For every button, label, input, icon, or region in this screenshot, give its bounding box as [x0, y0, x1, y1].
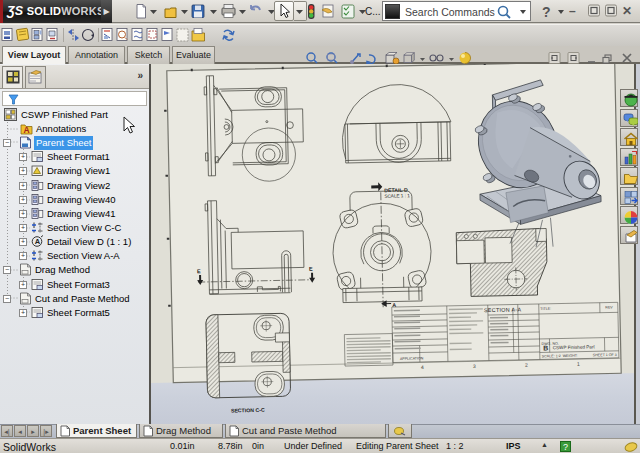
- svg-text:A: A: [24, 125, 30, 135]
- svg-text:APPLICATION: APPLICATION: [400, 356, 424, 360]
- svg-text:SECTION C-C: SECTION C-C: [231, 407, 265, 414]
- svg-text:E: E: [197, 268, 201, 274]
- svg-text:4: 4: [421, 364, 424, 370]
- svg-text:SECTION A-A: SECTION A-A: [484, 306, 522, 313]
- svg-text:1: 1: [577, 361, 580, 367]
- svg-text:SCALE: 1:2 WEIGHT:: SCALE: 1:2 WEIGHT:: [542, 354, 578, 359]
- svg-text:TITLE:: TITLE:: [540, 307, 551, 311]
- svg-text:SCALE 1 : 1: SCALE 1 : 1: [384, 193, 410, 199]
- svg-text:DETAIL D: DETAIL D: [384, 187, 408, 193]
- svg-text:3: 3: [473, 363, 476, 369]
- svg-text:REV: REV: [605, 305, 613, 309]
- svg-text:A: A: [35, 237, 41, 246]
- svg-text:SHEET 1 OF 3: SHEET 1 OF 3: [593, 353, 617, 357]
- svg-text:E: E: [309, 266, 313, 272]
- svg-text:B: B: [543, 344, 548, 351]
- svg-text:2: 2: [525, 362, 528, 368]
- svg-text:CSWP Finished Part: CSWP Finished Part: [553, 344, 596, 350]
